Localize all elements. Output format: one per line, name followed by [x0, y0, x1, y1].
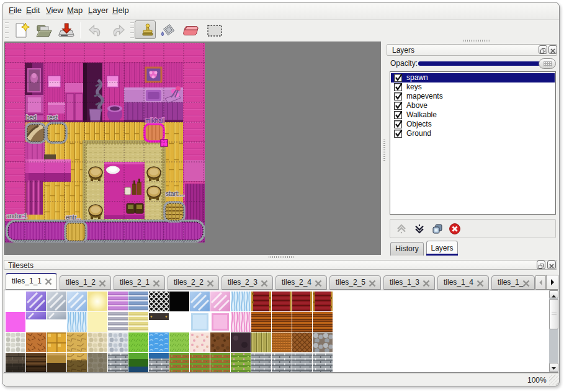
svg-text:start:...: start:... — [166, 190, 185, 197]
svg-text:andor:1: andor:1 — [6, 213, 27, 220]
svg-text:entr...: entr... — [66, 214, 81, 221]
svg-text:bed: bed — [26, 114, 37, 121]
svg-text:rest: rest — [47, 114, 58, 121]
svg-text:mikhail: mikhail — [145, 117, 164, 124]
